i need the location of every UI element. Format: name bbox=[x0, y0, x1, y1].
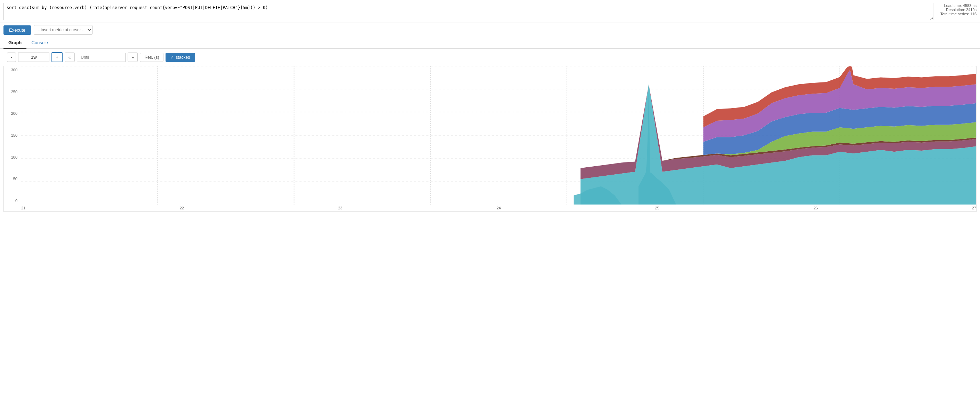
y-label-150: 150 bbox=[4, 133, 19, 137]
y-axis: 0 50 100 150 200 250 300 bbox=[4, 66, 21, 204]
total-series-stat: Total time series: 116 bbox=[940, 12, 977, 16]
stacked-button[interactable]: ✓ stacked bbox=[165, 53, 195, 62]
time-plus-button[interactable]: + bbox=[51, 52, 63, 62]
y-label-100: 100 bbox=[4, 155, 19, 159]
chart-container: 0 50 100 150 200 250 300 bbox=[0, 66, 980, 215]
time-forward-button[interactable]: » bbox=[127, 53, 138, 62]
time-back-button[interactable]: « bbox=[65, 53, 75, 62]
y-label-250: 250 bbox=[4, 90, 19, 94]
x-label-25: 25 bbox=[655, 206, 659, 210]
chart-svg bbox=[21, 66, 976, 204]
y-label-200: 200 bbox=[4, 111, 19, 115]
x-axis: 21 22 23 24 25 26 27 bbox=[21, 204, 976, 212]
x-label-27: 27 bbox=[972, 206, 976, 210]
query-input[interactable]: sort_desc(sum by (resource,verb) (rate(a… bbox=[3, 3, 934, 20]
chart-area bbox=[21, 66, 976, 204]
stacked-check-icon: ✓ bbox=[170, 55, 174, 60]
y-label-0: 0 bbox=[4, 199, 19, 203]
controls-bar: Execute - insert metric at cursor - bbox=[0, 23, 980, 37]
load-time-stat: Load time: 4583ms bbox=[940, 3, 977, 8]
y-label-300: 300 bbox=[4, 68, 19, 72]
resolution-stat: Resolution: 2419s bbox=[940, 8, 977, 12]
stacked-label: stacked bbox=[176, 55, 190, 60]
until-input[interactable] bbox=[77, 53, 126, 62]
stats-area: Load time: 4583ms Resolution: 2419s Tota… bbox=[940, 3, 977, 16]
x-label-23: 23 bbox=[338, 206, 342, 210]
time-range-display: 1w bbox=[18, 53, 49, 62]
top-bar: sort_desc(sum by (resource,verb) (rate(a… bbox=[0, 0, 980, 23]
execute-button[interactable]: Execute bbox=[3, 26, 31, 35]
metric-selector[interactable]: - insert metric at cursor - bbox=[34, 25, 92, 35]
resolution-button[interactable]: Res. (s) bbox=[140, 53, 164, 62]
graph-controls: - 1w + « » Res. (s) ✓ stacked bbox=[0, 49, 980, 66]
y-label-50: 50 bbox=[4, 177, 19, 181]
x-label-22: 22 bbox=[180, 206, 184, 210]
chart-wrapper: 0 50 100 150 200 250 300 bbox=[3, 66, 977, 212]
tab-console[interactable]: Console bbox=[26, 37, 53, 49]
x-label-26: 26 bbox=[813, 206, 818, 210]
tabs-container: Graph Console bbox=[0, 37, 980, 49]
query-area: sort_desc(sum by (resource,verb) (rate(a… bbox=[3, 3, 934, 21]
x-label-24: 24 bbox=[496, 206, 501, 210]
time-minus-button[interactable]: - bbox=[7, 53, 16, 62]
tab-graph[interactable]: Graph bbox=[3, 37, 26, 49]
x-label-21: 21 bbox=[21, 206, 25, 210]
